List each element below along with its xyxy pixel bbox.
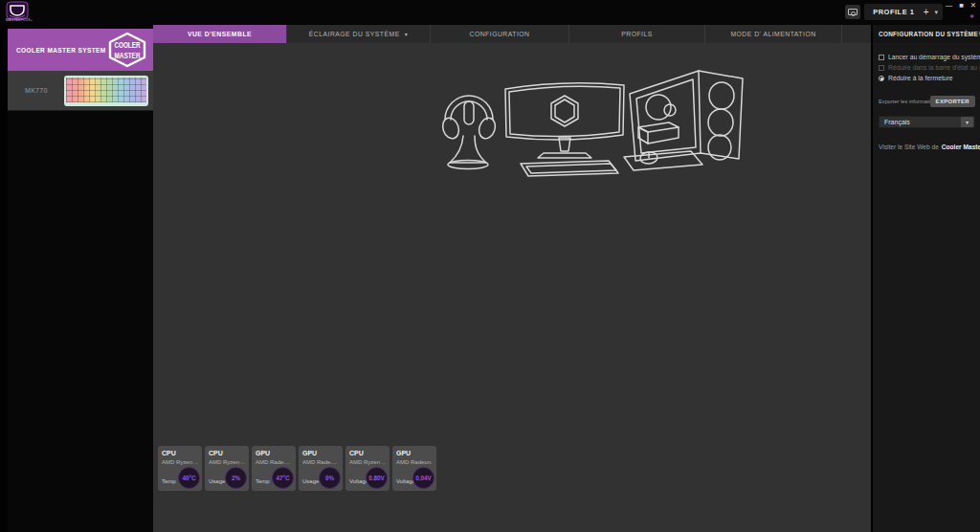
close-button[interactable]: ✕: [970, 2, 976, 10]
cooler-master-logo: COOLER MASTER: [106, 32, 148, 68]
stat-device: AMD Ryzen ....: [162, 459, 198, 465]
sidebar: COOLER MASTER SYSTEM COOLER MASTER MK770: [8, 25, 153, 532]
option-label: Réduire à la fermeture: [888, 75, 953, 81]
settings-panel-toggle-icon[interactable]: ✶: [969, 13, 975, 21]
checkbox-icon: [879, 65, 884, 71]
stat-card-cpu-voltage: CPU AMD Ryzen .... Voltage 0.80V: [345, 446, 390, 491]
option-label: Réduire dans la barre d'état au démarrag…: [888, 64, 980, 71]
stat-device: AMD Rade....: [256, 459, 292, 465]
window-controls: — ■ ✕: [946, 2, 976, 10]
checkbox-icon[interactable]: [879, 55, 884, 60]
stat-value: 40°C: [182, 475, 195, 481]
stat-value-badge: 2%: [225, 467, 247, 489]
stat-device: AMD Radeon....: [396, 459, 433, 465]
profile-selector[interactable]: PROFILE 1 + ▾: [864, 4, 943, 20]
case-fan: [708, 109, 733, 136]
tab-bar-filler: [842, 25, 871, 43]
tab-configuration[interactable]: CONFIGURATION: [431, 25, 569, 43]
tab-vue-densemble[interactable]: VUE D'ENSEMBLE: [153, 25, 287, 43]
export-row: Exporter les informations système et le.…: [873, 96, 980, 107]
stat-value: 0.80V: [368, 475, 384, 481]
hardware-monitor-cards: CPU AMD Ryzen .... Temp 40°C CPU AMD Ryz…: [158, 446, 436, 491]
stat-type: CPU: [209, 450, 245, 456]
headset-band: [445, 96, 493, 120]
sidebar-item-mk770[interactable]: MK770: [8, 71, 153, 111]
cpu-cooler: [646, 95, 671, 120]
tab-mode-d-alimentation[interactable]: MODE D' ALIMENTATION: [705, 25, 842, 43]
device-name: MK770: [25, 87, 64, 94]
website-link[interactable]: Cooler Master: [942, 144, 980, 150]
stat-value: 47°C: [276, 475, 289, 481]
panel-header: CONFIGURATION DU SYSTÈME ⚙: [873, 25, 980, 43]
chevron-down-icon[interactable]: ▾: [961, 117, 973, 127]
stat-value: 0%: [325, 475, 334, 481]
main-content: VUE D'ENSEMBLE ÉCLAIRAGE DU SYSTÈME ▾ CO…: [153, 25, 871, 532]
stat-card-gpu-temp: GPU AMD Rade.... Temp 47°C: [252, 446, 296, 491]
export-label: Exporter les informations système et le.…: [879, 99, 930, 104]
minimize-button[interactable]: —: [946, 2, 953, 10]
pc-case: [630, 71, 743, 161]
app-icon-label: MASTERPLUS+: [6, 18, 29, 22]
tab-eclairage-du-systeme[interactable]: ÉCLAIRAGE DU SYSTÈME ▾: [287, 25, 431, 43]
stat-card-gpu-voltage: GPU AMD Radeon.... Voltage 0.04V: [392, 446, 436, 491]
stat-card-gpu-usage: GPU AMD Rade.... Usage 0%: [299, 446, 343, 491]
stat-type: CPU: [162, 450, 198, 456]
stat-value-badge: 0.80V: [366, 467, 388, 489]
profile-device-button[interactable]: [845, 5, 860, 19]
option-label: Lancer au démarrage du système: [888, 54, 980, 60]
monitor: [505, 83, 624, 140]
stat-value-badge: 40°C: [178, 467, 200, 489]
stat-card-cpu-temp: CPU AMD Ryzen .... Temp 40°C: [158, 446, 202, 491]
tab-label: ÉCLAIRAGE DU SYSTÈME: [309, 31, 400, 37]
stat-value-badge: 0%: [319, 467, 341, 489]
tab-label: VUE D'ENSEMBLE: [188, 31, 252, 37]
panel-title: CONFIGURATION DU SYSTÈME: [879, 31, 978, 37]
stat-card-cpu-usage: CPU AMD Ryzen .... Usage 2%: [205, 446, 249, 491]
stat-value-badge: 0.04V: [412, 467, 434, 489]
stat-metric: Temp: [256, 478, 270, 484]
tab-label: CONFIGURATION: [469, 31, 529, 37]
add-profile-icon[interactable]: +: [924, 8, 929, 17]
brand-header: COOLER MASTER SYSTEM COOLER MASTER: [8, 29, 153, 71]
tab-profils[interactable]: PROFILS: [569, 25, 705, 43]
stat-metric: Usage: [209, 478, 225, 484]
case-fan: [709, 82, 734, 109]
export-button[interactable]: EXPORTER: [930, 96, 975, 107]
stat-device: AMD Ryzen ....: [349, 459, 386, 465]
stat-value: 0.04V: [415, 475, 431, 481]
radio-icon[interactable]: [879, 76, 884, 81]
website-prefix: Visiter le Site Web de: [879, 144, 939, 150]
stat-type: GPU: [302, 450, 339, 456]
masterplus-window: MASTERPLUS+ PROFILE 1 + ▾ — ■ ✕ ✶ COOLER…: [0, 0, 980, 532]
stat-metric: Temp: [162, 478, 176, 484]
svg-text:MASTER: MASTER: [115, 51, 141, 60]
stat-type: GPU: [256, 450, 292, 456]
tab-label: MODE D' ALIMENTATION: [730, 31, 815, 37]
chevron-down-icon[interactable]: ▾: [405, 31, 409, 37]
brand-title: COOLER MASTER SYSTEM: [16, 47, 106, 54]
svg-text:COOLER: COOLER: [115, 40, 141, 50]
profile-name: PROFILE 1: [864, 8, 924, 16]
keyboard-thumbnail: [64, 76, 148, 106]
option-launch-at-startup[interactable]: Lancer au démarrage du système: [879, 52, 980, 62]
maximize-button[interactable]: ■: [959, 2, 964, 10]
language-select[interactable]: Français ▾: [879, 116, 975, 128]
stat-value: 2%: [232, 475, 240, 481]
left-rail: [0, 25, 8, 532]
display-icon: [848, 9, 858, 15]
stat-metric: Usage: [302, 478, 319, 484]
stat-value-badge: 47°C: [272, 467, 294, 489]
stat-type: GPU: [396, 450, 433, 456]
option-minimize-to-tray-at-startup: Réduire dans la barre d'état au démarrag…: [879, 62, 980, 73]
tab-bar: VUE D'ENSEMBLE ÉCLAIRAGE DU SYSTÈME ▾ CO…: [153, 25, 871, 43]
startup-options: Lancer au démarrage du système Réduire d…: [873, 52, 980, 83]
language-value: Français: [884, 119, 961, 125]
system-config-panel: CONFIGURATION DU SYSTÈME ⚙ Lancer au dém…: [871, 25, 980, 532]
system-illustration: [419, 67, 756, 189]
website-link-row: Visiter le Site Web de Cooler Master: [873, 140, 980, 154]
option-minimize-on-close[interactable]: Réduire à la fermeture: [879, 73, 980, 83]
tab-label: PROFILS: [621, 31, 653, 37]
chevron-down-icon[interactable]: ▾: [934, 9, 938, 15]
stat-type: CPU: [349, 450, 386, 456]
title-bar: MASTERPLUS+ PROFILE 1 + ▾ — ■ ✕ ✶: [0, 0, 980, 25]
